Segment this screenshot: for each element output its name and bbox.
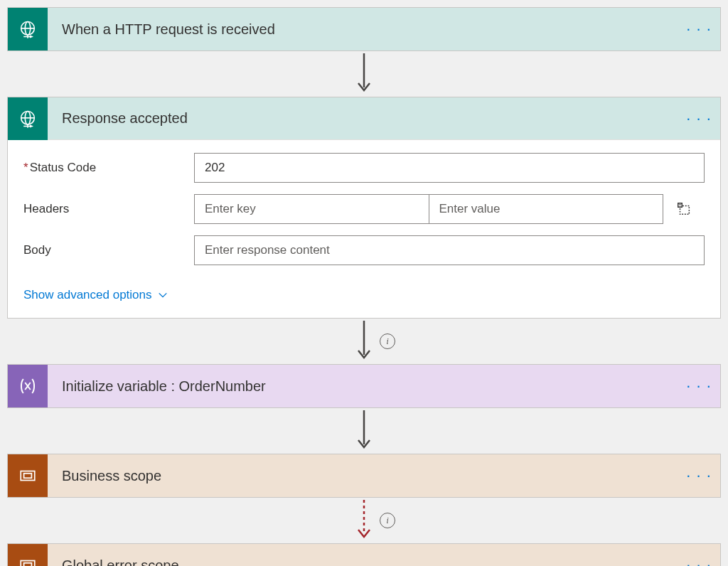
info-icon[interactable]: i (380, 333, 395, 349)
headers-label: Headers (23, 202, 194, 216)
initialize-variable-header[interactable]: Initialize variable : OrderNumber · · · (8, 365, 720, 407)
http-globe-icon (8, 8, 48, 50)
business-scope-header[interactable]: Business scope · · · (8, 454, 720, 497)
trigger-header[interactable]: When a HTTP request is received · · · (8, 8, 720, 50)
scope-icon (8, 544, 48, 566)
business-scope-title: Business scope (48, 468, 682, 484)
header-key-input[interactable] (195, 195, 429, 223)
initialize-variable-card[interactable]: Initialize variable : OrderNumber · · · (7, 364, 721, 408)
response-header[interactable]: Response accepted · · · (8, 97, 720, 140)
status-code-input[interactable] (194, 153, 705, 183)
header-value-input[interactable] (429, 195, 663, 223)
chevron-down-icon (158, 290, 168, 300)
connector-arrow (7, 51, 721, 97)
svg-rect-13 (24, 474, 32, 479)
init-var-menu-button[interactable]: · · · (682, 369, 716, 403)
svg-rect-12 (21, 471, 35, 481)
global-error-scope-header[interactable]: Global error scope · · · (8, 544, 720, 566)
flow-designer-canvas: When a HTTP request is received · · · Re… (0, 0, 728, 566)
error-scope-menu-button[interactable]: · · · (682, 548, 716, 566)
scope-icon (8, 454, 48, 497)
initialize-variable-title: Initialize variable : OrderNumber (48, 378, 682, 395)
response-title: Response accepted (48, 110, 682, 127)
status-code-label: *Status Code (23, 161, 194, 175)
text-mode-toggle-icon[interactable]: T (663, 194, 705, 224)
business-scope-card[interactable]: Business scope · · · (7, 454, 721, 498)
connector-arrow-dashed: i (7, 498, 721, 543)
business-scope-menu-button[interactable]: · · · (682, 459, 716, 493)
info-icon[interactable]: i (380, 513, 395, 528)
show-advanced-options-link[interactable]: Show advanced options (23, 288, 168, 302)
trigger-menu-button[interactable]: · · · (682, 12, 716, 46)
http-globe-icon (8, 97, 48, 140)
response-body: *Status Code Headers T (8, 140, 720, 318)
connector-arrow (7, 408, 721, 454)
response-card: Response accepted · · · *Status Code Hea… (7, 97, 721, 319)
response-menu-button[interactable]: · · · (682, 102, 716, 136)
trigger-title: When a HTTP request is received (48, 21, 682, 38)
svg-rect-16 (24, 563, 32, 566)
trigger-card[interactable]: When a HTTP request is received · · · (7, 7, 721, 51)
global-error-scope-card[interactable]: Global error scope · · · (7, 543, 721, 566)
body-input[interactable] (194, 235, 705, 265)
variable-icon (8, 365, 48, 407)
body-label: Body (23, 243, 194, 257)
global-error-scope-title: Global error scope (48, 557, 682, 567)
connector-arrow: i (7, 319, 721, 364)
